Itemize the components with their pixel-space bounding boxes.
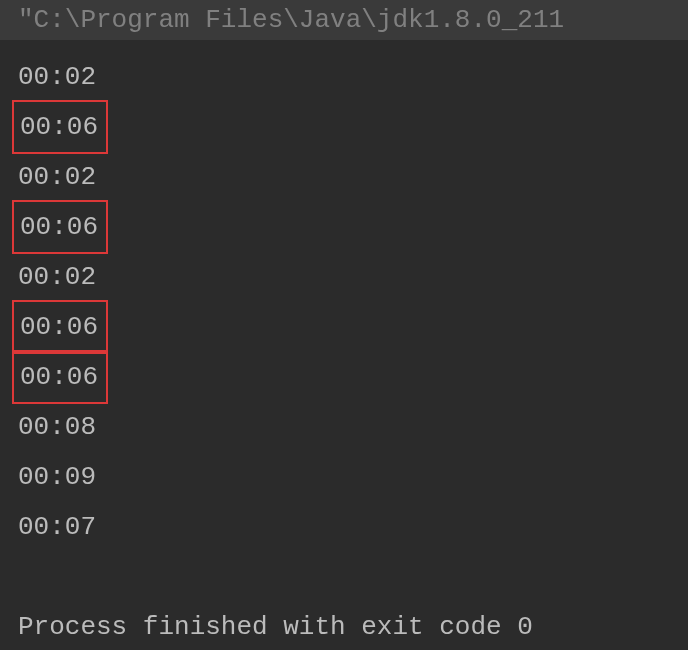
output-line: 00:06 (12, 300, 108, 355)
output-line: 00:09 (12, 452, 108, 503)
command-text: "C:\Program Files\Java\jdk1.8.0_211 (18, 5, 564, 35)
console-output: 00:02 00:06 00:02 00:06 00:02 00:06 00:0… (0, 52, 688, 602)
output-line: 00:06 (12, 100, 108, 155)
output-line: 00:08 (12, 402, 108, 453)
output-line: 00:02 (12, 52, 108, 103)
output-line: 00:07 (12, 502, 108, 553)
process-exit-message: Process finished with exit code 0 (0, 602, 688, 650)
output-line: 00:06 (12, 350, 108, 405)
output-line: 00:02 (12, 152, 108, 203)
exit-text: Process finished with exit code 0 (18, 612, 533, 642)
command-header: "C:\Program Files\Java\jdk1.8.0_211 (0, 0, 688, 40)
output-line: 00:02 (12, 252, 108, 303)
output-line: 00:06 (12, 200, 108, 255)
blank-line (18, 552, 688, 602)
